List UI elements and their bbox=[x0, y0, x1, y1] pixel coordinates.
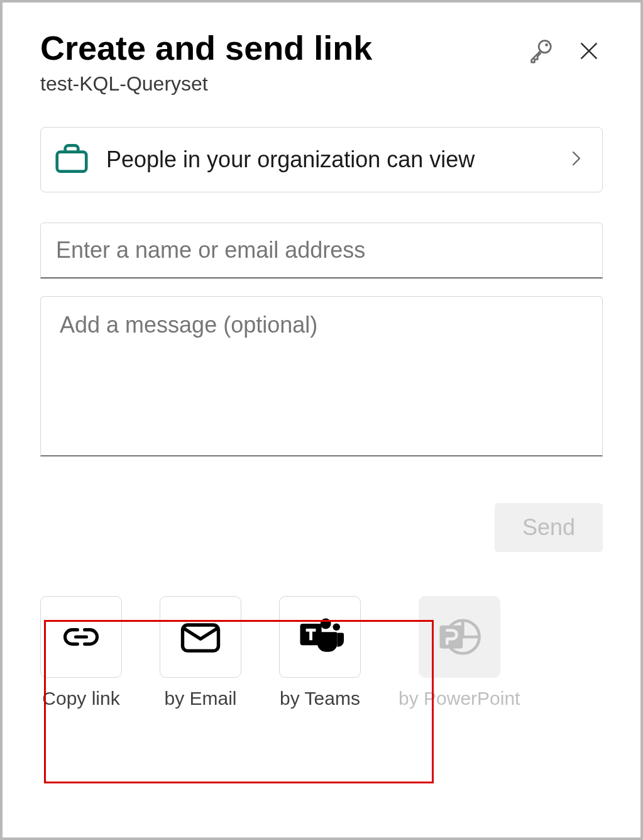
send-row: Send bbox=[40, 503, 603, 552]
share-teams-option[interactable]: by Teams bbox=[279, 596, 361, 709]
share-email-label: by Email bbox=[164, 688, 236, 709]
header-actions bbox=[525, 35, 603, 69]
svg-point-1 bbox=[545, 43, 548, 47]
dialog-title: Create and send link bbox=[40, 28, 525, 69]
teams-icon bbox=[294, 611, 346, 663]
copy-link-tile bbox=[40, 596, 122, 678]
share-email-option[interactable]: by Email bbox=[160, 596, 241, 709]
share-options: Copy link by Email by Teams bbox=[40, 596, 603, 709]
share-powerpoint-option[interactable]: by PowerPoint bbox=[398, 596, 520, 709]
powerpoint-icon bbox=[433, 611, 486, 663]
svg-rect-10 bbox=[309, 629, 312, 640]
briefcase-icon bbox=[52, 139, 91, 180]
close-button[interactable] bbox=[575, 37, 603, 67]
message-input[interactable] bbox=[40, 296, 603, 456]
manage-access-button[interactable] bbox=[525, 35, 556, 69]
svg-point-7 bbox=[332, 623, 340, 631]
key-icon bbox=[526, 36, 555, 65]
share-teams-label: by Teams bbox=[280, 688, 360, 709]
header-text-block: Create and send link test-KQL-Queryset bbox=[40, 28, 525, 96]
link-icon bbox=[60, 616, 102, 658]
link-settings-row[interactable]: People in your organization can view bbox=[40, 127, 603, 192]
dialog-subtitle: test-KQL-Queryset bbox=[40, 72, 525, 96]
share-email-tile bbox=[160, 596, 241, 678]
share-teams-tile bbox=[279, 596, 361, 678]
svg-rect-4 bbox=[57, 152, 87, 171]
copy-link-label: Copy link bbox=[42, 688, 119, 709]
dialog-header: Create and send link test-KQL-Queryset bbox=[40, 28, 603, 96]
close-icon bbox=[576, 38, 602, 64]
send-button[interactable]: Send bbox=[495, 503, 603, 552]
svg-point-6 bbox=[321, 618, 331, 629]
recipient-input[interactable] bbox=[40, 223, 603, 279]
copy-link-option[interactable]: Copy link bbox=[40, 596, 122, 709]
share-powerpoint-label: by PowerPoint bbox=[398, 688, 520, 709]
link-settings-text: People in your organization can view bbox=[106, 143, 567, 177]
chevron-right-icon bbox=[567, 149, 586, 170]
mail-icon bbox=[177, 613, 224, 661]
share-powerpoint-tile bbox=[419, 596, 500, 678]
